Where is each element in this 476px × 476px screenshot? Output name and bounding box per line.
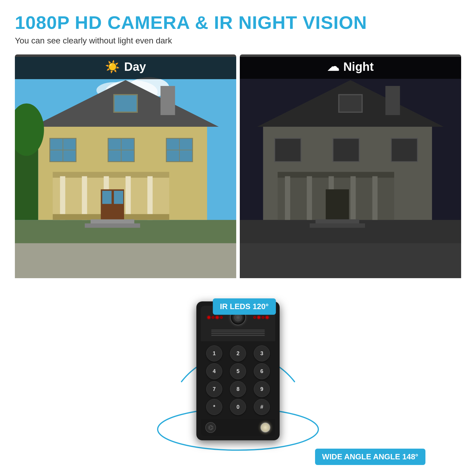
- speaker-line: [211, 333, 265, 334]
- svg-rect-23: [126, 176, 131, 220]
- fingerprint-reader: ⌬: [205, 422, 216, 433]
- svg-rect-49: [372, 176, 378, 220]
- key-9[interactable]: 9: [254, 381, 270, 397]
- images-row: ☀️ Day: [15, 54, 461, 281]
- svg-rect-39: [339, 95, 362, 112]
- svg-rect-29: [91, 219, 134, 224]
- device: 123456789*0# ⌬: [196, 301, 280, 440]
- page-wrapper: 1080P HD CAMERA & IR NIGHT VISION You ca…: [0, 0, 476, 476]
- svg-rect-24: [147, 176, 153, 220]
- key-3[interactable]: 3: [254, 345, 270, 361]
- key-2[interactable]: 2: [230, 345, 246, 361]
- ir-dot: [216, 316, 219, 319]
- key-4[interactable]: 4: [206, 363, 222, 379]
- night-house-svg: [240, 54, 461, 281]
- ir-leds-badge: IR LEDS 120°: [213, 298, 276, 315]
- svg-rect-52: [310, 223, 365, 228]
- night-label-text: Night: [343, 60, 374, 73]
- svg-rect-45: [285, 176, 290, 220]
- speaker-line: [211, 335, 265, 336]
- device-light: [260, 422, 271, 433]
- speaker-grille: [211, 328, 265, 338]
- ir-dot: [257, 316, 260, 319]
- main-title: 1080P HD CAMERA & IR NIGHT VISION: [15, 12, 461, 33]
- svg-rect-28: [114, 191, 123, 204]
- svg-rect-38: [385, 86, 400, 115]
- keypad: 123456789*0#: [201, 342, 275, 418]
- svg-rect-48: [350, 176, 356, 220]
- night-panel: ☁ Night: [240, 54, 461, 281]
- key-7[interactable]: 7: [206, 381, 222, 397]
- ir-dot: [253, 316, 256, 319]
- subtitle: You can see clearly without light even d…: [15, 36, 461, 46]
- svg-rect-51: [316, 219, 359, 224]
- device-container: 123456789*0# ⌬: [196, 301, 280, 440]
- fingerprint-icon: ⌬: [208, 424, 213, 431]
- ir-dot: [207, 316, 210, 319]
- key-6[interactable]: 6: [254, 363, 270, 379]
- svg-rect-21: [82, 176, 87, 220]
- key-*[interactable]: *: [206, 399, 222, 415]
- speaker-line: [211, 331, 265, 332]
- svg-rect-20: [60, 176, 65, 220]
- svg-rect-46: [307, 176, 312, 220]
- ir-dot: [220, 316, 223, 319]
- device-bottom: ⌬: [201, 419, 275, 436]
- ir-dots-left: [206, 315, 224, 320]
- day-label-bar: ☀️ Day: [15, 54, 236, 79]
- key-5[interactable]: 5: [230, 363, 246, 379]
- key-#[interactable]: #: [254, 399, 270, 415]
- svg-rect-27: [102, 191, 112, 204]
- ir-dot: [266, 316, 269, 319]
- ir-dot: [212, 316, 214, 319]
- bottom-section: 123456789*0# ⌬ IR LEDS 120° WIDE ANGLE A…: [15, 272, 461, 476]
- svg-rect-7: [160, 86, 175, 115]
- svg-rect-8: [114, 95, 137, 112]
- day-panel: ☀️ Day: [15, 54, 236, 281]
- svg-rect-41: [333, 138, 359, 162]
- svg-rect-40: [275, 138, 301, 162]
- svg-rect-50: [326, 189, 349, 220]
- wide-angle-badge: WIDE ANGLE ANGLE 148°: [315, 449, 425, 465]
- day-label-text: Day: [124, 60, 146, 73]
- svg-rect-42: [391, 138, 417, 162]
- key-1[interactable]: 1: [206, 345, 222, 361]
- night-label-bar: ☁ Night: [240, 54, 461, 79]
- key-8[interactable]: 8: [230, 381, 246, 397]
- ir-dots-right: [252, 315, 270, 320]
- keypad-grid: 123456789*0#: [203, 345, 273, 415]
- key-0[interactable]: 0: [230, 399, 246, 415]
- night-icon: ☁: [327, 60, 339, 73]
- day-house-svg: [15, 54, 236, 281]
- svg-rect-30: [85, 223, 140, 228]
- speaker-line: [211, 330, 265, 331]
- ir-dot: [262, 316, 264, 319]
- day-icon: ☀️: [105, 60, 120, 74]
